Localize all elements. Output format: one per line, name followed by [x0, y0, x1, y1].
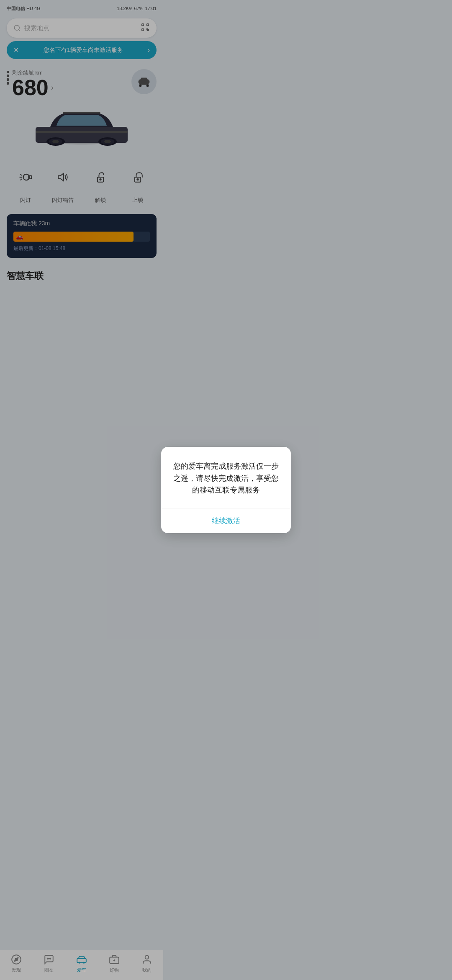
modal-overlay[interactable]: 您的爱车离完成服务激活仅一步之遥，请尽快完成激活，享受您的移动互联专属服务 继续… — [0, 0, 163, 353]
